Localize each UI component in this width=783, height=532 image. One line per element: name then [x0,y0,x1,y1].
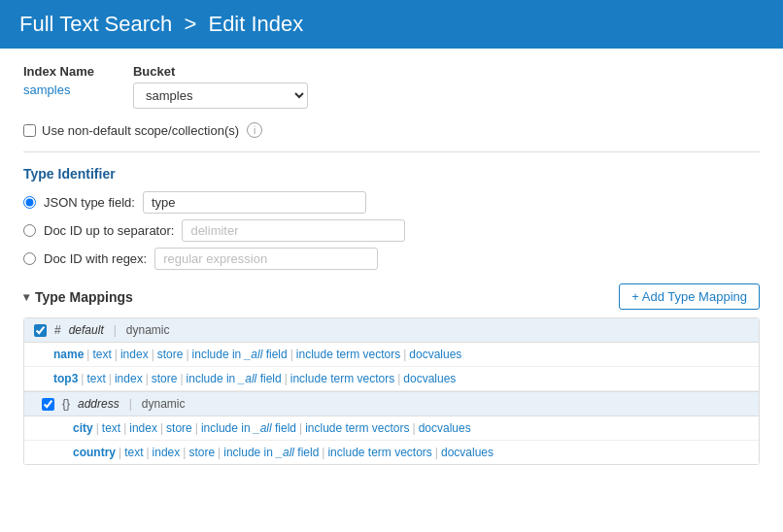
json-type-label: JSON type field: [44,195,135,210]
field-name-term-vectors: include term vectors [296,348,400,361]
field-top3-term-vectors: include term vectors [290,372,394,385]
index-name-group: Index Name samples [23,64,94,97]
divider-1 [23,151,760,152]
mapping-default-tag: dynamic [126,323,170,337]
page-title: Edit Index [208,12,303,36]
info-icon[interactable]: i [247,122,262,138]
doc-id-regex-radio[interactable] [23,252,36,265]
app-name: Full Text Search [19,12,172,36]
field-city-row: city | text | index | store | include in… [24,416,759,441]
field-city-index: index [129,421,157,435]
field-country-label: country [73,446,116,459]
field-country-docvalues: docvalues [441,446,494,459]
mapping-default-name: default [69,323,104,337]
field-country-include-all: include in _all field [223,446,319,459]
add-type-mapping-button[interactable]: + Add Type Mapping [619,283,760,310]
field-city-docvalues: docvalues [419,421,471,435]
mappings-table: # default | dynamic name | text | index … [23,317,760,465]
type-mappings-label: Type Mappings [35,289,133,305]
field-top3-row: top3 | text | index | store | include in… [24,367,759,391]
field-country-index: index [153,446,181,459]
field-top3-label: top3 [53,372,78,385]
field-name-row: name | text | index | store | include in… [24,343,759,367]
mapping-address-name: address [78,397,119,411]
json-type-radio[interactable] [23,196,36,209]
scope-checkbox-label: Use non-default scope/collection(s) [42,123,239,138]
doc-id-regex-radio-group: Doc ID with regex: [23,248,760,270]
json-type-radio-group: JSON type field: [23,191,760,214]
mapping-address-checkbox[interactable] [42,398,54,411]
field-country-text: text [124,446,143,459]
doc-id-regex-input[interactable] [154,248,378,270]
field-name-text: text [92,348,111,361]
curly-brace-icon: {} [62,397,70,411]
breadcrumb-separator: > [184,12,196,36]
type-identifier-title: Type Identifier [23,166,760,182]
scope-checkbox-row: Use non-default scope/collection(s) i [23,122,760,138]
doc-id-sep-label: Doc ID up to separator: [44,223,174,238]
bucket-group: Bucket samples [133,64,308,109]
doc-id-regex-label: Doc ID with regex: [44,251,147,266]
field-name-label: name [53,348,84,361]
field-country-store: store [188,446,215,459]
field-city-include-all: include in _all field [201,421,296,435]
main-content: Index Name samples Bucket samples Use no… [0,49,783,481]
field-city-store: store [166,421,192,435]
mapping-default-header: # default | dynamic [24,318,759,343]
field-top3-index: index [115,372,143,385]
json-type-input[interactable] [143,191,366,214]
field-city-term-vectors: include term vectors [305,421,409,435]
bucket-label: Bucket [133,64,308,79]
doc-id-sep-input[interactable] [182,219,405,242]
mapping-address-header: {} address | dynamic [24,391,759,416]
doc-id-sep-radio-group: Doc ID up to separator: [23,219,760,242]
type-mappings-header: ▾ Type Mappings + Add Type Mapping [23,283,760,310]
index-bucket-row: Index Name samples Bucket samples [23,64,760,109]
mapping-default-checkbox[interactable] [34,324,47,337]
page-header: Full Text Search > Edit Index [0,0,783,49]
field-name-docvalues: docvalues [409,348,461,361]
scope-checkbox[interactable] [23,124,36,137]
field-name-include-all: include in _all field [192,348,288,361]
index-name-value: samples [23,83,70,97]
field-name-store: store [157,348,184,361]
mapping-address-tag: dynamic [142,397,186,411]
index-name-label: Index Name [23,64,94,79]
chevron-down-icon[interactable]: ▾ [23,290,29,304]
field-top3-include-all: include in _all field [187,372,282,385]
field-city-text: text [102,421,120,435]
type-mappings-title-group: ▾ Type Mappings [23,289,133,305]
field-country-row: country | text | index | store | include… [24,441,759,464]
field-top3-store: store [152,372,178,385]
field-city-label: city [73,421,93,435]
doc-id-sep-radio[interactable] [23,224,36,237]
field-top3-docvalues: docvalues [403,372,456,385]
field-country-term-vectors: include term vectors [327,446,431,459]
field-name-index: index [120,348,149,361]
bucket-select[interactable]: samples [133,83,308,109]
field-top3-text: text [86,372,105,385]
hash-icon: # [54,323,61,337]
